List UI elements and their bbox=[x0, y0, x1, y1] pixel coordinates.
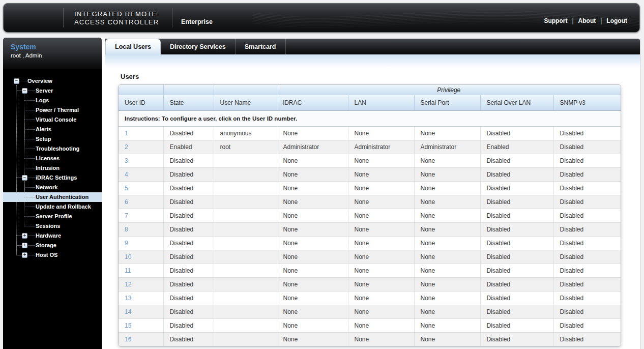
column-header-serial-port: Serial Port bbox=[414, 95, 480, 110]
cell-state: Enabled bbox=[163, 140, 214, 154]
cell-idrac: None bbox=[277, 167, 348, 181]
sidebar-item-label[interactable]: Server Profile bbox=[36, 213, 72, 219]
user-id-link[interactable]: 3 bbox=[125, 157, 128, 164]
user-id-link[interactable]: 10 bbox=[125, 253, 131, 260]
sidebar-item-label[interactable]: Update and Rollback bbox=[36, 203, 91, 210]
cell-user-name bbox=[214, 154, 277, 167]
sidebar-item-sessions: Sessions bbox=[3, 221, 102, 231]
user-id-link[interactable]: 8 bbox=[125, 226, 128, 233]
user-id-link[interactable]: 15 bbox=[125, 322, 131, 329]
cell-lan: None bbox=[348, 318, 414, 332]
logout-link[interactable]: Logout bbox=[606, 17, 627, 24]
cell-user-name bbox=[214, 222, 277, 236]
table-row: 1DisabledanonymousNoneNoneNoneDisabledDi… bbox=[119, 126, 621, 140]
sidebar-item-licenses: Licenses bbox=[3, 154, 102, 163]
tree-connector bbox=[24, 149, 35, 149]
user-id-link[interactable]: 5 bbox=[125, 185, 128, 192]
table-row: 4DisabledNoneNoneNoneDisabledDisabled bbox=[119, 167, 621, 181]
sidebar-item-label[interactable]: Logs bbox=[36, 97, 49, 103]
sidebar-item-label[interactable]: Server bbox=[36, 88, 53, 94]
sidebar-item-label[interactable]: Licenses bbox=[36, 155, 60, 161]
sidebar-item-label[interactable]: iDRAC Settings bbox=[36, 174, 77, 181]
cell-state: Disabled bbox=[163, 222, 214, 236]
tab-directory-services[interactable]: Directory Services bbox=[161, 39, 236, 54]
tree-connector bbox=[28, 255, 35, 255]
cell-idrac: None bbox=[277, 222, 348, 236]
sidebar-item-label[interactable]: Intrusion bbox=[36, 165, 60, 171]
sidebar-item-label[interactable]: Hardware bbox=[36, 232, 61, 239]
cell-state: Disabled bbox=[163, 305, 214, 318]
cell-state: Disabled bbox=[163, 154, 214, 167]
user-id-link[interactable]: 7 bbox=[125, 212, 128, 219]
column-header-state: State bbox=[163, 95, 214, 110]
user-id-link[interactable]: 11 bbox=[125, 267, 131, 274]
user-id-link[interactable]: 16 bbox=[125, 336, 131, 343]
table-row: 12DisabledNoneNoneNoneDisabledDisabled bbox=[119, 277, 621, 291]
table-row: 15DisabledNoneNoneNoneDisabledDisabled bbox=[119, 318, 621, 332]
column-header-snmp-v3: SNMP v3 bbox=[553, 95, 621, 110]
cell-user-id: 6 bbox=[119, 195, 163, 209]
sidebar-item-server: −Server bbox=[3, 86, 102, 96]
cell-user-name: anonymous bbox=[214, 126, 277, 140]
sidebar-item-label[interactable]: Power / Thermal bbox=[36, 107, 79, 113]
sidebar-item-alerts: Alerts bbox=[3, 125, 102, 134]
user-id-link[interactable]: 13 bbox=[125, 295, 131, 302]
sidebar-item-label[interactable]: Network bbox=[36, 184, 57, 190]
table-row: 8DisabledNoneNoneNoneDisabledDisabled bbox=[119, 222, 621, 236]
user-id-link[interactable]: 6 bbox=[125, 198, 128, 206]
cell-idrac: Administrator bbox=[277, 140, 348, 154]
cell-user-name bbox=[214, 264, 277, 277]
cell-serial-port: None bbox=[414, 264, 480, 277]
cell-idrac: None bbox=[277, 195, 348, 209]
tree-connector bbox=[24, 120, 35, 120]
tree-connector bbox=[28, 91, 35, 91]
cell-idrac: None bbox=[277, 305, 348, 318]
cell-state: Disabled bbox=[163, 167, 214, 181]
tree-connector bbox=[16, 245, 22, 246]
sidebar-item-label[interactable]: Storage bbox=[36, 242, 56, 248]
cell-state: Disabled bbox=[163, 318, 214, 332]
tree-expander-minus-icon[interactable]: − bbox=[14, 78, 19, 84]
tree-expander-plus-icon[interactable]: + bbox=[22, 233, 27, 239]
sidebar-item-label[interactable]: Sessions bbox=[36, 223, 60, 229]
header-spacer bbox=[214, 85, 277, 95]
sidebar-item-label[interactable]: Overview bbox=[27, 78, 52, 84]
user-id-link[interactable]: 1 bbox=[125, 130, 128, 137]
user-id-link[interactable]: 12 bbox=[125, 281, 131, 288]
tab-local-users[interactable]: Local Users bbox=[105, 39, 161, 54]
sidebar-item-label[interactable]: User Authentication bbox=[36, 194, 89, 200]
sidebar-item-storage: +Storage bbox=[3, 241, 102, 250]
user-id-link[interactable]: 14 bbox=[125, 308, 131, 315]
cell-snmp-v3: Disabled bbox=[553, 195, 621, 209]
tree-expander-minus-icon[interactable]: − bbox=[22, 88, 27, 94]
support-link[interactable]: Support bbox=[544, 17, 567, 24]
link-separator: | bbox=[600, 17, 602, 24]
tree-expander-plus-icon[interactable]: + bbox=[22, 243, 27, 248]
cell-user-id: 1 bbox=[119, 126, 163, 140]
user-id-link[interactable]: 9 bbox=[125, 240, 128, 247]
sidebar-item-label[interactable]: Troubleshooting bbox=[36, 146, 79, 152]
user-id-link[interactable]: 4 bbox=[125, 171, 128, 178]
cell-user-name bbox=[214, 332, 277, 346]
tree-expander-plus-icon[interactable]: + bbox=[22, 252, 27, 258]
tab-smartcard[interactable]: Smartcard bbox=[236, 39, 286, 54]
sidebar-item-label[interactable]: Alerts bbox=[36, 126, 51, 132]
column-header-idrac: iDRAC bbox=[277, 95, 348, 110]
main-content: Local UsersDirectory ServicesSmartcard U… bbox=[105, 39, 640, 349]
cell-serial-port: None bbox=[414, 250, 480, 264]
tree-connector bbox=[19, 81, 26, 81]
tree-connector bbox=[16, 91, 22, 91]
cell-lan: None bbox=[348, 167, 414, 181]
cell-user-id: 14 bbox=[119, 305, 163, 318]
cell-snmp-v3: Disabled bbox=[553, 291, 621, 305]
cell-serial-over-lan: Disabled bbox=[480, 277, 553, 291]
sidebar-item-label[interactable]: Setup bbox=[36, 136, 51, 142]
sidebar-item-label[interactable]: Host OS bbox=[36, 252, 57, 258]
column-header-lan: LAN bbox=[348, 95, 414, 110]
tree-expander-minus-icon[interactable]: − bbox=[22, 175, 27, 181]
about-link[interactable]: About bbox=[578, 17, 596, 24]
brand-line2: ACCESS CONTROLLER bbox=[74, 18, 159, 26]
user-id-link[interactable]: 2 bbox=[125, 143, 128, 151]
sidebar-item-label[interactable]: Virtual Console bbox=[36, 117, 76, 123]
cell-user-name bbox=[214, 277, 277, 291]
